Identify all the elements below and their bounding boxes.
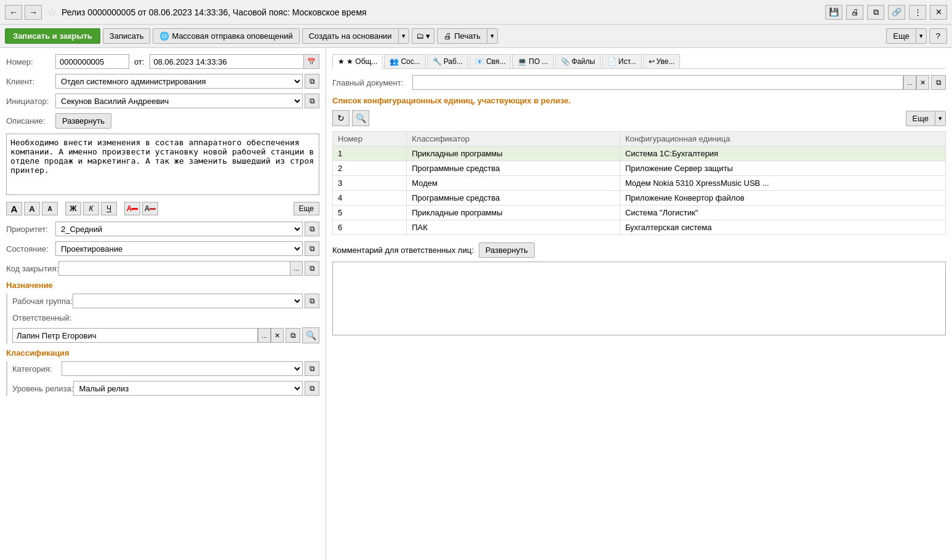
closing-code-row: Код закрытия: ... ⧉ (6, 261, 319, 276)
tab-general[interactable]: ★ ★ Общ... (332, 54, 383, 69)
number-field[interactable] (55, 54, 129, 69)
tab-history[interactable]: 📄 Ист... (602, 54, 642, 68)
help-button[interactable]: ? (929, 28, 947, 44)
category-select[interactable] (62, 361, 303, 376)
link-icon-btn[interactable]: 🔗 (888, 5, 905, 20)
folder-button[interactable]: 🗂 ▾ (412, 28, 435, 44)
print-button[interactable]: 🖨 Печать (437, 28, 487, 44)
expand-comment-button[interactable]: Развернуть (479, 242, 535, 258)
comment-row: Комментарий для ответственных лиц: Разве… (332, 242, 946, 258)
number-label: Номер: (6, 57, 55, 66)
cell-classifier: ПАК (407, 220, 620, 235)
main-doc-clear-button[interactable]: ✕ (916, 75, 929, 90)
cell-num: 2 (333, 161, 407, 176)
closing-code-field[interactable] (58, 261, 290, 276)
cell-unit: Система 1С:Бухгалтерия (620, 146, 945, 161)
calendar-icon[interactable]: 📅 (303, 54, 319, 69)
create-basis-dropdown[interactable]: ▾ (398, 28, 409, 44)
client-copy-button[interactable]: ⧉ (305, 74, 319, 89)
state-copy-button[interactable]: ⧉ (305, 241, 319, 256)
save-button[interactable]: Записать (103, 28, 151, 44)
print-icon-btn[interactable]: 🖨 (846, 5, 863, 20)
computer-icon: 💻 (518, 57, 527, 66)
tab-work[interactable]: 🔧 Раб... (427, 54, 468, 68)
star-icon: ★ (338, 57, 345, 66)
config-more-button[interactable]: Еще (906, 111, 935, 126)
table-row[interactable]: 6 ПАК Бухгалтерская система (333, 220, 946, 235)
save-close-button[interactable]: Записать и закрыть (5, 28, 100, 44)
config-toolbar-left: ↻ 🔍 (332, 110, 369, 126)
more-split-button: Еще ▾ (886, 28, 926, 44)
tab-notifications[interactable]: ↩ Уве... (643, 54, 681, 68)
state-select[interactable]: Проектирование (55, 241, 303, 256)
table-row[interactable]: 5 Прикладные программы Система "Логистик… (333, 206, 946, 220)
date-field[interactable] (150, 54, 303, 69)
cell-unit: Модем Nokia 5310 XpressMusic USB ... (620, 176, 945, 191)
main-doc-copy-button[interactable]: ⧉ (931, 75, 946, 90)
number-row: Номер: от: 📅 (6, 54, 319, 69)
config-toolbar: ↻ 🔍 Еще ▾ (332, 110, 946, 126)
search-config-button[interactable]: 🔍 (352, 110, 369, 126)
category-copy-button[interactable]: ⧉ (305, 361, 319, 376)
create-basis-button[interactable]: Создать на основании (302, 28, 398, 44)
client-select[interactable]: Отдел системного администрирования (55, 74, 303, 89)
tab-software[interactable]: 💻 ПО ... (512, 54, 553, 68)
main-doc-browse-button[interactable]: ... (903, 75, 916, 90)
table-row[interactable]: 1 Прикладные программы Система 1С:Бухгал… (333, 146, 946, 161)
tab-files[interactable]: 📎 Файлы (555, 54, 601, 68)
font-size-medium-button[interactable]: A (24, 202, 40, 215)
table-row[interactable]: 3 Модем Модем Nokia 5310 XpressMusic USB… (333, 176, 946, 191)
table-row[interactable]: 2 Программные средства Приложение Сервер… (333, 161, 946, 176)
color-blue-button[interactable]: A (142, 202, 158, 215)
more-icon-btn[interactable]: ⋮ (909, 5, 926, 20)
config-more-dropdown[interactable]: ▾ (935, 111, 946, 126)
work-group-select[interactable] (73, 294, 303, 308)
expand-description-button[interactable]: Развернуть (55, 113, 111, 129)
work-group-copy-button[interactable]: ⧉ (305, 294, 319, 308)
client-row: Клиент: Отдел системного администрирован… (6, 74, 319, 89)
closing-code-copy-button[interactable]: ⧉ (305, 261, 319, 276)
underline-button[interactable]: Ч (101, 202, 117, 215)
tab-contacts[interactable]: 📧 Свя... (470, 54, 511, 68)
initiator-copy-button[interactable]: ⧉ (305, 94, 319, 108)
work-group-label: Рабочая группа: (12, 297, 73, 306)
tab-composition[interactable]: 👥 Сос... (384, 54, 425, 68)
responsible-browse-button[interactable]: ... (258, 328, 271, 343)
table-row[interactable]: 4 Программные средства Приложение Конвер… (333, 191, 946, 206)
more-dropdown[interactable]: ▾ (916, 28, 927, 44)
bold-button[interactable]: Ж (65, 202, 81, 215)
font-size-small-button[interactable]: A (42, 202, 58, 215)
description-textarea[interactable]: Необходимо внести изменения в состав апп… (6, 134, 319, 195)
save-icon-btn[interactable]: 💾 (825, 5, 842, 20)
more-button[interactable]: Еще (886, 28, 915, 44)
refresh-button[interactable]: ↻ (332, 110, 350, 126)
priority-row: Приоритет: 2_Средний ⧉ (6, 222, 319, 236)
nav-back-button[interactable]: ← (5, 5, 22, 20)
description-label: Описание: (6, 116, 55, 126)
copy-icon-btn[interactable]: ⧉ (867, 5, 884, 20)
responsible-search-button[interactable]: 🔍 (302, 327, 319, 343)
responsible-field[interactable] (12, 328, 258, 343)
release-level-select[interactable]: Малый релиз (73, 381, 303, 396)
comment-textarea[interactable] (332, 262, 946, 335)
favorite-star-icon[interactable]: ☆ (47, 6, 57, 19)
italic-button[interactable]: К (83, 202, 99, 215)
closing-code-browse-button[interactable]: ... (290, 261, 303, 276)
mass-send-button[interactable]: 🌐 Массовая отправка оповещений (153, 28, 299, 44)
initiator-select[interactable]: Секунов Василий Андреевич (55, 94, 303, 108)
print-dropdown[interactable]: ▾ (487, 28, 498, 44)
color-red-button[interactable]: A (124, 202, 140, 215)
priority-select[interactable]: 2_Средний (55, 222, 303, 236)
window-title: Релиз 0000000005 от 08.06.2023 14:33:36,… (62, 7, 825, 17)
close-icon-btn[interactable]: ✕ (930, 5, 947, 20)
nav-forward-button[interactable]: → (25, 5, 42, 20)
release-level-copy-button[interactable]: ⧉ (305, 381, 319, 396)
font-size-large-button[interactable]: A (6, 202, 22, 215)
responsible-clear-button[interactable]: ✕ (271, 328, 284, 343)
priority-copy-button[interactable]: ⧉ (305, 222, 319, 236)
mass-send-icon: 🌐 (159, 31, 169, 41)
format-more-button[interactable]: Еще (294, 202, 319, 215)
responsible-copy-button[interactable]: ⧉ (286, 328, 300, 343)
main-doc-field[interactable] (412, 75, 903, 90)
print-icon: 🖨 (444, 31, 452, 41)
